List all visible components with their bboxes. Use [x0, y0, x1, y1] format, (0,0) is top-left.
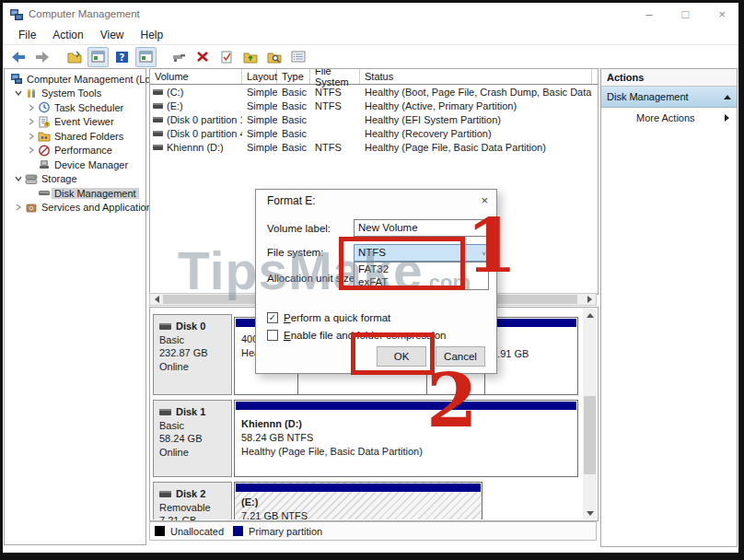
- tree-item-disk-management[interactable]: Disk Management: [5, 186, 145, 201]
- chevron-collapsed-icon[interactable]: [25, 103, 37, 112]
- vertical-scrollbar[interactable]: [583, 309, 597, 519]
- disk-management-icon: [37, 187, 52, 199]
- tree-item-device-manager[interactable]: Device Manager: [5, 158, 145, 172]
- actions-pane: Actions Disk Management More Actions: [600, 68, 738, 547]
- tree-item-computer-management[interactable]: Computer Management (Local): [5, 72, 145, 87]
- annotation-number-1: 1: [466, 209, 517, 283]
- tree-label: Performance: [52, 145, 115, 156]
- find-icon[interactable]: [263, 47, 285, 67]
- volume-icon: [153, 117, 163, 122]
- tree-item-system-tools[interactable]: System Tools: [5, 87, 145, 101]
- chevron-collapsed-icon[interactable]: [25, 146, 37, 155]
- disk0-label[interactable]: Disk 0 Basic 232.87 GB Online: [153, 314, 232, 395]
- volume-icon: [153, 103, 163, 109]
- forward-icon[interactable]: [31, 47, 52, 67]
- disk-icon: [159, 323, 171, 330]
- disk1-label[interactable]: Disk 1 Basic 58.24 GB Online: [153, 400, 232, 477]
- file-system-label: File system:: [267, 247, 323, 258]
- performance-icon: [37, 145, 52, 157]
- menu-view[interactable]: View: [92, 26, 133, 44]
- chevron-collapsed-icon[interactable]: [12, 203, 24, 212]
- tree-label: Shared Folders: [52, 131, 126, 142]
- tree-item-shared-folders[interactable]: Shared Folders: [5, 129, 145, 144]
- window-icon[interactable]: [87, 47, 109, 67]
- event-viewer-icon: [37, 116, 52, 128]
- window-title: Computer Management: [29, 3, 140, 26]
- column-layout[interactable]: Layout: [242, 69, 277, 84]
- column-type[interactable]: Type: [277, 69, 310, 84]
- back-icon[interactable]: [7, 47, 29, 67]
- app-icon: [9, 7, 24, 26]
- chevron-collapsed-icon[interactable]: [25, 117, 37, 126]
- services-icon: [24, 202, 39, 214]
- checkbox-checked-icon[interactable]: ✓: [267, 312, 278, 323]
- toolbar: ?: [3, 44, 738, 69]
- tree-label: Task Scheduler: [52, 102, 126, 113]
- menu-help[interactable]: Help: [133, 26, 172, 44]
- shared-folders-icon: [37, 130, 52, 142]
- tree-item-task-scheduler[interactable]: Task Scheduler: [5, 100, 145, 115]
- scroll-down-icon[interactable]: [583, 507, 597, 519]
- show-hide-icon[interactable]: [135, 47, 157, 67]
- close-icon[interactable]: ×: [718, 3, 726, 26]
- help-icon[interactable]: ?: [111, 47, 133, 67]
- table-row[interactable]: (E:) Simple Basic NTFS Healthy (Active, …: [150, 99, 598, 112]
- actions-group-disk-management[interactable]: Disk Management: [601, 87, 737, 108]
- table-row[interactable]: (Disk 0 partition 4) Simple Basic Health…: [150, 126, 598, 140]
- disk-icon: [159, 491, 171, 497]
- tree-item-performance[interactable]: Performance: [5, 144, 145, 158]
- disk1-partition-d[interactable]: Khiennn (D:) 58.24 GB NTFS Healthy (Page…: [234, 400, 578, 477]
- table-row[interactable]: Khiennn (D:) Simple Basic NTFS Healthy (…: [150, 140, 598, 154]
- tree-item-services-applications[interactable]: Services and Applications: [5, 201, 145, 216]
- menu-action[interactable]: Action: [44, 26, 91, 44]
- submenu-arrow-icon: [725, 114, 729, 122]
- tree-item-event-viewer[interactable]: Event Viewer: [5, 115, 145, 130]
- volume-icon: [153, 131, 163, 136]
- scroll-left-icon[interactable]: [150, 294, 163, 305]
- disk-icon: [159, 409, 171, 415]
- menu-file[interactable]: File: [10, 26, 44, 44]
- primary-partition-swatch: [233, 526, 243, 536]
- console-tree: Computer Management (Local) System Tools…: [4, 68, 146, 545]
- storage-icon: [24, 173, 39, 185]
- minimize-icon[interactable]: –: [645, 3, 652, 26]
- details-icon[interactable]: [287, 47, 308, 67]
- volume-label-label: Volume label:: [267, 223, 331, 234]
- actions-header: Actions: [601, 69, 737, 87]
- system-tools-icon: [24, 88, 39, 99]
- primary-partition-bar: [236, 402, 576, 410]
- chevron-collapsed-icon[interactable]: [25, 132, 37, 141]
- disk2-partition-e[interactable]: (E:) 7.21 GB NTFS: [234, 482, 482, 519]
- scroll-right-icon[interactable]: [583, 294, 596, 305]
- console-tree-icon[interactable]: [64, 47, 85, 67]
- chevron-expanded-icon[interactable]: [12, 88, 24, 98]
- maximize-icon[interactable]: □: [682, 3, 690, 26]
- column-status[interactable]: Status: [360, 69, 592, 84]
- tree-item-storage[interactable]: Storage: [5, 172, 145, 187]
- computer-management-window: Computer Management – □ × File Action Vi…: [3, 3, 738, 553]
- column-volume[interactable]: Volume: [150, 69, 242, 84]
- delete-volume-icon[interactable]: [192, 47, 213, 67]
- task-scheduler-icon: [37, 101, 52, 113]
- quick-format-checkbox[interactable]: ✓ Perform a quick format: [267, 312, 390, 323]
- scrollbar-thumb[interactable]: [584, 396, 596, 474]
- annotation-box-step2: [351, 332, 435, 375]
- table-row[interactable]: (C:) Simple Basic NTFS Healthy (Boot, Pa…: [150, 85, 598, 99]
- more-actions-item[interactable]: More Actions: [601, 108, 737, 128]
- disk0-partition-recovery[interactable]: 3.91 GB: [484, 317, 578, 395]
- tree-label: Computer Management (Local): [24, 74, 169, 85]
- primary-partition-bar: [486, 319, 576, 327]
- pointer-tool-icon[interactable]: [168, 47, 189, 67]
- collapse-icon[interactable]: [724, 95, 731, 99]
- folder-up-icon[interactable]: [239, 47, 261, 67]
- disk2-label[interactable]: Disk 2 Removable 7.21 GB: [153, 482, 232, 519]
- table-row[interactable]: (Disk 0 partition 1) Simple Basic Health…: [150, 112, 598, 126]
- properties-icon[interactable]: [215, 47, 237, 67]
- tree-label: Device Manager: [52, 159, 131, 170]
- computer-icon: [9, 73, 24, 85]
- column-file-system[interactable]: File System: [310, 69, 360, 84]
- scroll-up-icon[interactable]: [583, 309, 597, 321]
- tree-label: System Tools: [39, 88, 104, 99]
- chevron-expanded-icon[interactable]: [12, 174, 24, 183]
- checkbox-unchecked-icon[interactable]: [267, 330, 278, 341]
